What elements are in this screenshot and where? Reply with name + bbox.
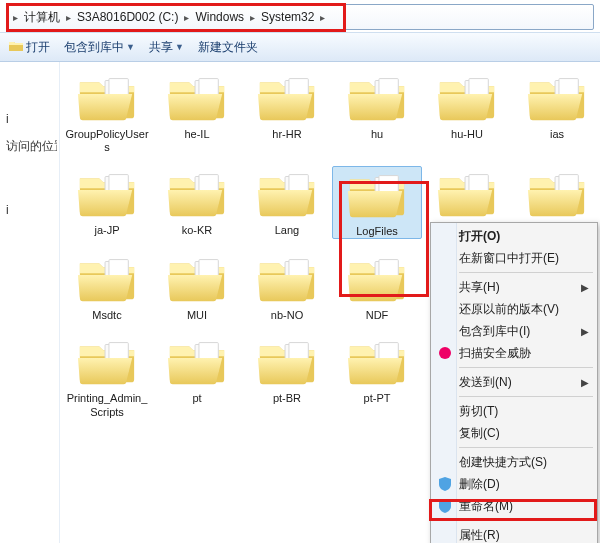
folder-label: hu-HU [449,126,485,141]
folder-item[interactable]: GroupPolicyUsers [62,70,152,154]
menu-properties[interactable]: 属性(R) [431,524,597,543]
menu-separator [459,520,593,521]
folder-item[interactable]: NDF [332,251,422,322]
folder-label: pt-PT [362,390,393,405]
folder-icon [166,334,228,390]
folder-item[interactable]: pt-PT [332,334,422,418]
folder-item[interactable]: ias [512,70,600,154]
menu-restore-previous[interactable]: 还原以前的版本(V) [431,298,597,320]
sidebar-item-recent[interactable]: 访问的位置 [2,132,57,161]
folder-icon [166,70,228,126]
context-menu: 打开(O) 在新窗口中打开(E) 共享(H)▶ 还原以前的版本(V) 包含到库中… [430,222,598,543]
folder-item[interactable]: MUI [152,251,242,322]
chevron-right-icon: ▸ [64,12,73,23]
menu-scan-threats[interactable]: 扫描安全威胁 [431,342,597,364]
chevron-right-icon: ▶ [581,377,589,388]
menu-label: 在新窗口中打开(E) [459,250,559,267]
folder-item[interactable]: nb-NO [242,251,332,322]
sidebar-item[interactable]: i [2,197,57,223]
menu-separator [459,367,593,368]
toolbar-label: 新建文件夹 [198,39,258,56]
shield-delete-icon [437,476,453,492]
toolbar-label: 包含到库中 [64,39,124,56]
menu-label: 包含到库中(I) [459,323,530,340]
menu-cut[interactable]: 剪切(T) [431,400,597,422]
folder-label: pt [190,390,203,405]
sidebar-item[interactable] [2,161,57,173]
breadcrumb-item[interactable]: System32 [257,10,318,24]
sidebar-item[interactable] [2,173,57,185]
folder-label: he-IL [182,126,211,141]
shield-icon [437,345,453,361]
folder-icon [76,166,138,222]
share-button[interactable]: 共享 ▼ [149,39,184,56]
chevron-right-icon: ▸ [182,12,191,23]
menu-label: 打开(O) [459,228,500,245]
folder-label: GroupPolicyUsers [62,126,152,154]
folder-item[interactable]: Msdtc [62,251,152,322]
sidebar-item[interactable] [2,70,57,82]
folder-label: pt-BR [271,390,303,405]
folder-label: Lang [273,222,301,237]
menu-rename[interactable]: 重命名(M) [431,495,597,517]
chevron-right-icon: ▸ [248,12,257,23]
menu-include-in-library[interactable]: 包含到库中(I)▶ [431,320,597,342]
sidebar-item[interactable] [2,82,57,94]
chevron-right-icon: ▸ [11,12,20,23]
folder-item[interactable]: hr-HR [242,70,332,154]
menu-delete[interactable]: 删除(D) [431,473,597,495]
folder-icon [526,166,588,222]
folder-item[interactable]: pt-BR [242,334,332,418]
breadcrumb-item[interactable]: Windows [191,10,248,24]
menu-open[interactable]: 打开(O) [431,225,597,247]
sidebar-item[interactable]: i [2,106,57,132]
folder-item[interactable]: Printing_Admin_Scripts [62,334,152,418]
menu-separator [459,447,593,448]
folder-icon [166,166,228,222]
folder-icon [166,251,228,307]
folder-item[interactable]: pt [152,334,242,418]
folder-item[interactable]: Lang [242,166,332,239]
chevron-right-icon: ▶ [581,282,589,293]
sidebar-item[interactable] [2,185,57,197]
shield-rename-icon [437,498,453,514]
open-button[interactable]: 打开 [8,38,50,57]
folder-item[interactable]: hu-HU [422,70,512,154]
folder-item[interactable]: he-IL [152,70,242,154]
folder-icon [256,334,318,390]
sidebar-item[interactable] [2,94,57,106]
chevron-right-icon: ▶ [581,326,589,337]
folder-icon [346,334,408,390]
folder-label: ias [548,126,566,141]
folder-label: NDF [364,307,391,322]
folder-label: nb-NO [269,307,305,322]
menu-open-new-window[interactable]: 在新窗口中打开(E) [431,247,597,269]
menu-label: 删除(D) [459,476,500,493]
folder-icon [436,166,498,222]
menu-label: 属性(R) [459,527,500,544]
folder-item[interactable]: ko-KR [152,166,242,239]
menu-label: 剪切(T) [459,403,498,420]
folder-item[interactable]: ja-JP [62,166,152,239]
svg-point-48 [439,347,451,359]
menu-label: 重命名(M) [459,498,513,515]
toolbar-label: 共享 [149,39,173,56]
new-folder-button[interactable]: 新建文件夹 [198,39,258,56]
folder-icon [76,251,138,307]
chevron-right-icon: ▸ [318,12,327,23]
breadcrumb[interactable]: ▸ 计算机 ▸ S3A8016D002 (C:) ▸ Windows ▸ Sys… [6,4,594,30]
menu-create-shortcut[interactable]: 创建快捷方式(S) [431,451,597,473]
menu-label: 创建快捷方式(S) [459,454,547,471]
chevron-down-icon: ▼ [126,42,135,52]
menu-share-with[interactable]: 共享(H)▶ [431,276,597,298]
breadcrumb-item[interactable]: S3A8016D002 (C:) [73,10,182,24]
menu-copy[interactable]: 复制(C) [431,422,597,444]
sidebar: i 访问的位置 i [0,62,60,543]
breadcrumb-item[interactable]: 计算机 [20,9,64,26]
folder-label: ja-JP [92,222,121,237]
folder-icon [256,70,318,126]
menu-send-to[interactable]: 发送到(N)▶ [431,371,597,393]
folder-item[interactable]: hu [332,70,422,154]
include-in-library-button[interactable]: 包含到库中 ▼ [64,39,135,56]
folder-item-logfiles[interactable]: LogFiles [332,166,422,239]
